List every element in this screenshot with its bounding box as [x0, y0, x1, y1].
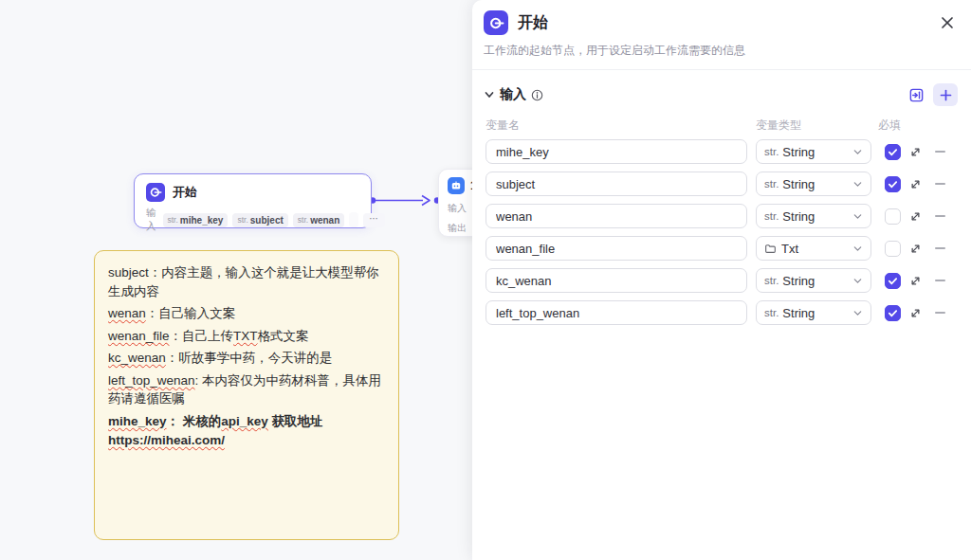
- variable-name-input[interactable]: [486, 236, 747, 261]
- variable-type-select[interactable]: str. String: [756, 172, 871, 196]
- required-checkbox[interactable]: [885, 241, 901, 257]
- variable-row: Txt: [486, 236, 971, 261]
- expand-icon[interactable]: [909, 243, 922, 255]
- required-checkbox[interactable]: [885, 273, 901, 289]
- variable-type-select[interactable]: str. String: [756, 139, 871, 164]
- close-icon[interactable]: [937, 12, 958, 33]
- variable-row: str. String: [486, 204, 971, 228]
- expand-icon[interactable]: [909, 307, 922, 319]
- select-chevron-icon: [852, 211, 863, 222]
- expand-icon[interactable]: [909, 275, 922, 287]
- variable-type-label: String: [782, 177, 815, 191]
- note-line: subject：内容主题，输入这个就是让大模型帮你生成内容: [108, 263, 385, 300]
- variable-type-select[interactable]: Txt: [756, 236, 871, 261]
- variable-row: str. String: [486, 139, 971, 164]
- node-input-tag: str.subject: [232, 213, 287, 227]
- required-checkbox[interactable]: [885, 144, 901, 160]
- select-chevron-icon: [852, 276, 863, 286]
- select-chevron-icon: [852, 308, 863, 318]
- panel-title: 开始: [518, 13, 548, 33]
- string-type-icon: str.: [764, 146, 779, 157]
- note-line: left_top_wenan: 本内容仅为中药材科普，具体用药请遵循医嘱: [108, 371, 385, 408]
- column-variable-type: 变量类型: [756, 117, 801, 134]
- select-chevron-icon: [852, 147, 863, 157]
- add-variable-button[interactable]: [933, 83, 958, 106]
- node-input-tag: str.wenan: [293, 213, 344, 227]
- node-input-label: 输入: [146, 207, 156, 233]
- folder-icon: [764, 243, 777, 255]
- variable-name-input[interactable]: [486, 139, 747, 164]
- column-variable-name: 变量名: [486, 117, 520, 134]
- note-line: wenan_file：自己上传TXT格式文案: [108, 327, 385, 346]
- remove-variable-icon[interactable]: [935, 311, 945, 315]
- string-type-icon: str.: [764, 307, 779, 318]
- string-type-icon: str.: [764, 275, 779, 286]
- note-line: mihe_key： 米核的api_key 获取地址: [108, 412, 385, 431]
- variable-type-label: String: [782, 306, 815, 320]
- start-node[interactable]: 开始 输入 str.mihe_keystr.subjectstr.wenan ⋯: [134, 173, 372, 228]
- variable-row: str. String: [486, 300, 971, 325]
- required-checkbox[interactable]: [885, 208, 901, 225]
- select-chevron-icon: [852, 244, 863, 254]
- input-section-label: 输入: [500, 86, 526, 103]
- node-more-button[interactable]: ⋯: [363, 213, 385, 227]
- expand-icon[interactable]: [909, 146, 922, 158]
- variable-type-label: String: [782, 209, 815, 224]
- remove-variable-icon[interactable]: [935, 150, 945, 154]
- next-node-icon: [448, 177, 465, 194]
- variable-row: str. String: [486, 268, 971, 293]
- node-input-tag: str.mihe_key: [163, 213, 229, 227]
- expand-icon[interactable]: [909, 210, 922, 223]
- remove-variable-icon[interactable]: [935, 182, 945, 186]
- panel-subtitle: 工作流的起始节点，用于设定启动工作流需要的信息: [472, 35, 971, 70]
- variable-type-select[interactable]: str. String: [756, 300, 871, 325]
- variable-type-label: Txt: [781, 242, 798, 256]
- start-node-title: 开始: [173, 184, 197, 201]
- node-config-panel: 开始 工作流的起始节点，用于设定启动工作流需要的信息 输入 变量名 变量类型 必…: [472, 0, 971, 560]
- note-line: wenan：自己输入文案: [108, 304, 385, 323]
- panel-start-icon: [484, 10, 508, 35]
- note-line: https://miheai.com/: [108, 431, 385, 450]
- remove-variable-icon[interactable]: [935, 246, 945, 250]
- variable-name-input[interactable]: [486, 268, 747, 293]
- required-checkbox[interactable]: [885, 305, 901, 321]
- chevron-down-icon[interactable]: [484, 89, 495, 100]
- table-column-headers: 变量名 变量类型 必填: [472, 117, 971, 133]
- variable-type-label: String: [782, 274, 815, 288]
- variable-name-input[interactable]: [486, 204, 747, 228]
- remove-variable-icon[interactable]: [935, 279, 945, 282]
- required-checkbox[interactable]: [885, 176, 901, 192]
- node-tag-faded: [349, 212, 358, 227]
- variable-name-input[interactable]: [486, 300, 747, 325]
- note-box[interactable]: subject：内容主题，输入这个就是让大模型帮你生成内容wenan：自己输入文…: [94, 250, 399, 540]
- variable-name-input[interactable]: [486, 172, 747, 196]
- column-required: 必填: [878, 117, 901, 134]
- variable-type-label: String: [782, 145, 815, 159]
- string-type-icon: str.: [764, 178, 779, 190]
- select-chevron-icon: [852, 179, 863, 190]
- info-icon: [531, 89, 543, 101]
- remove-variable-icon[interactable]: [935, 214, 945, 218]
- import-variables-button[interactable]: [905, 83, 927, 106]
- note-line: kc_wenan：听故事学中药，今天讲的是: [108, 349, 385, 368]
- variable-type-select[interactable]: str. String: [756, 268, 871, 293]
- expand-icon[interactable]: [909, 178, 922, 190]
- string-type-icon: str.: [764, 210, 779, 222]
- edge-connector: [368, 190, 446, 210]
- variable-row: str. String: [486, 172, 971, 196]
- variable-type-select[interactable]: str. String: [756, 204, 871, 228]
- start-node-icon: [146, 183, 165, 202]
